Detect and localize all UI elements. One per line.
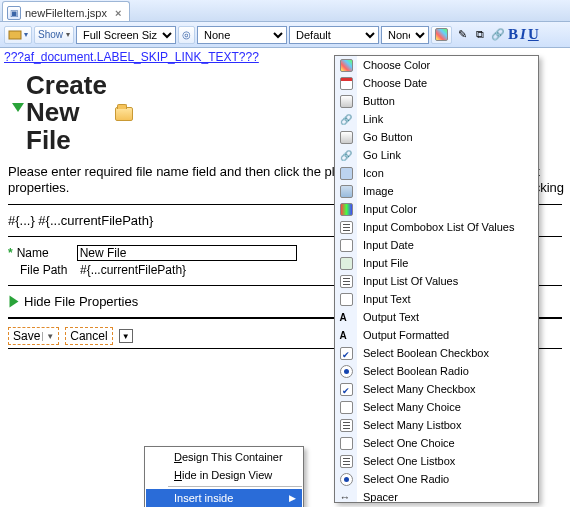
binding-icon[interactable]: ⧉ — [472, 27, 488, 43]
disclosure-icon[interactable] — [12, 103, 24, 112]
select-boolean-checkbox-icon — [340, 347, 353, 360]
show-menu-button[interactable]: Show — [34, 26, 74, 44]
component-item-select-boolean-checkbox[interactable]: Select Boolean Checkbox — [335, 344, 538, 362]
component-item-label: Go Link — [357, 149, 401, 161]
component-item-choose-date[interactable]: Choose Date — [335, 74, 538, 92]
go-button-icon — [340, 131, 353, 144]
style-select-1[interactable]: None — [197, 26, 287, 44]
component-item-select-one-radio[interactable]: Select One Radio — [335, 470, 538, 488]
menu-design-container[interactable]: Design This Container — [146, 448, 302, 466]
context-menu: Design This Container Hide in Design Vie… — [144, 446, 304, 507]
link-tool-icon[interactable]: 🔗 — [490, 27, 506, 43]
component-item-label: Spacer — [357, 491, 398, 503]
image-icon — [340, 185, 353, 198]
component-item-select-many-choice[interactable]: Select Many Choice — [335, 398, 538, 416]
component-item-label: Choose Date — [357, 77, 427, 89]
dropdown-button[interactable]: ▼ — [119, 329, 133, 343]
hide-properties-label: Hide File Properties — [24, 294, 138, 309]
go-link-icon — [340, 149, 353, 162]
component-item-label: Choose Color — [357, 59, 430, 71]
component-item-label: Icon — [357, 167, 384, 179]
folder-icon — [115, 107, 133, 121]
component-item-label: Input Date — [357, 239, 414, 251]
component-item-input-text[interactable]: Input Text — [335, 290, 538, 308]
select-boolean-radio-icon — [340, 365, 353, 378]
component-item-output-text[interactable]: Output Text — [335, 308, 538, 326]
input-text-icon — [340, 293, 353, 306]
toolbar: ▾ Show Full Screen Size ◎ None Default N… — [0, 22, 570, 48]
page-title-line1: Create — [26, 72, 107, 99]
component-item-button[interactable]: Button — [335, 92, 538, 110]
select-one-choice-icon — [340, 437, 353, 450]
save-button[interactable]: Save ▼ — [8, 327, 59, 345]
component-item-label: Select Boolean Checkbox — [357, 347, 489, 359]
output-text-icon — [340, 311, 353, 324]
choose-date-icon — [340, 77, 353, 90]
name-input[interactable] — [77, 245, 297, 261]
component-item-label: Select Boolean Radio — [357, 365, 469, 377]
component-drop-button[interactable]: ▾ — [4, 26, 32, 44]
choose-color-icon — [340, 59, 353, 72]
component-item-go-link[interactable]: Go Link — [335, 146, 538, 164]
component-item-label: Image — [357, 185, 394, 197]
palette-button[interactable] — [431, 26, 452, 44]
output-formatted-icon — [340, 329, 353, 342]
wand-icon[interactable]: ✎ — [454, 27, 470, 43]
jspx-file-icon: ▣ — [7, 6, 21, 20]
component-item-label: Select One Listbox — [357, 455, 455, 467]
component-item-label: Output Formatted — [357, 329, 449, 341]
component-item-image[interactable]: Image — [335, 182, 538, 200]
menu-hide-designview[interactable]: Hide in Design View — [146, 466, 302, 484]
component-item-spacer[interactable]: Spacer — [335, 488, 538, 503]
component-item-select-boolean-radio[interactable]: Select Boolean Radio — [335, 362, 538, 380]
target-button[interactable]: ◎ — [178, 26, 195, 44]
component-item-label: Link — [357, 113, 383, 125]
component-item-label: Select One Radio — [357, 473, 449, 485]
component-item-label: Input File — [357, 257, 408, 269]
page-title-line2: New — [26, 99, 79, 126]
component-item-go-button[interactable]: Go Button — [335, 128, 538, 146]
component-item-icon[interactable]: Icon — [335, 164, 538, 182]
component-item-input-file[interactable]: Input File — [335, 254, 538, 272]
component-icon — [8, 28, 22, 42]
expand-icon — [10, 296, 19, 308]
component-item-input-list-of-values[interactable]: Input List Of Values — [335, 272, 538, 290]
spacer-icon — [340, 491, 353, 504]
name-label: Name — [17, 246, 73, 260]
component-item-label: Input List Of Values — [357, 275, 458, 287]
component-item-link[interactable]: Link — [335, 110, 538, 128]
component-item-input-color[interactable]: Input Color — [335, 200, 538, 218]
component-item-choose-color[interactable]: Choose Color — [335, 56, 538, 74]
component-item-label: Go Button — [357, 131, 413, 143]
component-item-select-one-listbox[interactable]: Select One Listbox — [335, 452, 538, 470]
select-one-listbox-icon — [340, 455, 353, 468]
style-select-3[interactable]: None — [381, 26, 429, 44]
italic-button[interactable]: I — [520, 26, 526, 43]
menu-insert-inside[interactable]: Insert inside▶ — [146, 489, 302, 507]
component-item-label: Input Color — [357, 203, 417, 215]
component-item-input-date[interactable]: Input Date — [335, 236, 538, 254]
component-item-label: Output Text — [357, 311, 419, 323]
component-item-label: Select One Choice — [357, 437, 455, 449]
filepath-value: #{...currentFilePath} — [80, 263, 186, 277]
component-item-select-many-listbox[interactable]: Select Many Listbox — [335, 416, 538, 434]
component-item-output-formatted[interactable]: Output Formatted — [335, 326, 538, 344]
component-item-label: Button — [357, 95, 395, 107]
component-item-select-one-choice[interactable]: Select One Choice — [335, 434, 538, 452]
page-title-line3: File — [26, 127, 71, 154]
icon-icon — [340, 167, 353, 180]
screen-size-select[interactable]: Full Screen Size — [76, 26, 176, 44]
style-select-2[interactable]: Default — [289, 26, 379, 44]
component-item-select-many-checkbox[interactable]: Select Many Checkbox — [335, 380, 538, 398]
input-list-of-values-icon — [340, 275, 353, 288]
palette-icon — [435, 28, 448, 41]
underline-button[interactable]: U — [528, 26, 539, 43]
file-tab[interactable]: ▣ newFileItem.jspx × — [2, 1, 130, 21]
file-tab-label: newFileItem.jspx — [25, 7, 107, 19]
cancel-button[interactable]: Cancel — [65, 327, 112, 345]
close-tab-icon[interactable]: × — [115, 7, 121, 19]
bold-button[interactable]: B — [508, 26, 518, 43]
select-many-choice-icon — [340, 401, 353, 414]
component-item-input-combobox-list-of-values[interactable]: Input Combobox List Of Values — [335, 218, 538, 236]
button-icon — [340, 95, 353, 108]
